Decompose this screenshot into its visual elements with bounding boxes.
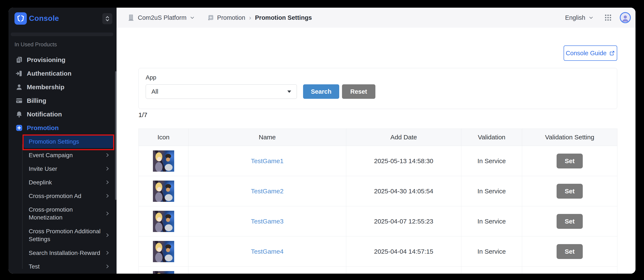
breadcrumb-page: Promotion Settings [255, 14, 312, 21]
external-link-icon [609, 50, 615, 56]
app-select-value: All [152, 88, 287, 95]
reset-button[interactable]: Reset [342, 84, 376, 99]
chevron-up-down-icon [104, 15, 110, 22]
validation-cell: In Service [461, 146, 522, 176]
sidebar-subitem-label: Cross-promotion Ad [29, 192, 81, 200]
sidebar-item-promotion[interactable]: Promotion [8, 121, 116, 135]
icon-cell [139, 146, 188, 176]
table-header-row: Icon Name Add Date Validation Validation… [139, 129, 618, 146]
icon-cell [139, 206, 188, 237]
sidebar: Console In Used Products Provisioning [8, 8, 116, 274]
filter-panel: App All Search Reset [138, 68, 617, 109]
chevron-right-icon [105, 232, 110, 238]
authentication-icon [15, 70, 23, 77]
console-logo[interactable] [14, 12, 27, 25]
game-name-link[interactable]: TestGame2 [251, 188, 284, 195]
name-cell: TestGame3 [188, 206, 346, 237]
game-icon-image [153, 271, 174, 274]
set-button[interactable]: Set [556, 244, 583, 259]
validation-setting-cell [522, 267, 618, 274]
language-selector[interactable]: English [565, 14, 594, 21]
sidebar-subitem-label: Cross-promotion Monetization [29, 206, 102, 221]
sidebar-collapse-button[interactable] [102, 13, 112, 24]
sidebar-item-notification[interactable]: Notification [8, 107, 116, 121]
add-date-cell: 2025-04-07 12:55:23 [346, 206, 461, 237]
sidebar-item-label: Notification [27, 111, 62, 118]
game-icon-image [153, 150, 174, 172]
add-date-cell: 2025-04-30 14:05:54 [346, 176, 461, 206]
notification-icon [15, 110, 23, 118]
chevron-right-icon [105, 211, 110, 216]
shield-icon [16, 14, 25, 22]
breadcrumb-project[interactable]: Com2uS Platform [138, 14, 186, 21]
sidebar-subitem-label: Cross Promotion Additional Settings [29, 227, 102, 243]
sidebar-item-authentication[interactable]: Authentication [8, 67, 116, 80]
icon-cell [139, 237, 188, 267]
game-icon-image [153, 211, 174, 232]
sidebar-item-label: Membership [27, 83, 64, 91]
table-row: TestGame4 2025-04-04 14:57:15 In Service… [139, 237, 618, 267]
sidebar-subitem-label: Deeplink [29, 178, 52, 186]
sidebar-subitem-invite-user[interactable]: Invite User [8, 162, 116, 176]
chevron-down-icon [588, 15, 594, 20]
name-cell: TestGame4 [188, 237, 346, 267]
console-guide-button[interactable]: Console Guide [564, 45, 617, 61]
search-button[interactable]: Search [303, 84, 339, 99]
add-date-cell: 2025-04-04 14:57:15 [346, 237, 461, 267]
sidebar-subitem-cross-promotion-ad[interactable]: Cross-promotion Ad [8, 189, 116, 203]
console-guide-label: Console Guide [566, 50, 606, 57]
app-select[interactable]: All [146, 84, 297, 99]
user-avatar[interactable] [620, 12, 631, 23]
sidebar-nav: Provisioning Authentication Membership [8, 53, 116, 273]
game-icon-image [153, 181, 174, 202]
apps-grid-icon[interactable] [604, 13, 612, 22]
sidebar-subitem-label: Invite User [29, 165, 57, 173]
person-icon [621, 14, 630, 22]
name-cell: TestGame1 [188, 146, 346, 176]
add-date-cell: 2025-05-13 14:58:30 [346, 146, 461, 176]
validation-cell: In Service [461, 237, 522, 267]
column-header-validation-setting: Validation Setting [522, 129, 618, 146]
game-name-link[interactable]: TestGame1 [251, 157, 284, 164]
icon-cell [139, 267, 188, 274]
main-content: Console Guide App All Search Reset 1/7 [116, 28, 636, 274]
membership-icon [15, 83, 23, 91]
sidebar-subitem-test[interactable]: Test [8, 260, 116, 273]
chevron-right-icon [105, 250, 110, 256]
sidebar-subitem-cross-promotion-monetization[interactable]: Cross-promotion Monetization [8, 203, 116, 224]
sidebar-subitem-promotion-settings[interactable]: Promotion Settings [8, 135, 116, 148]
table-row: TestGame1 2025-05-13 14:58:30 In Service… [139, 146, 618, 176]
chevron-down-icon[interactable] [190, 15, 195, 20]
validation-cell: In Service [461, 206, 522, 237]
page-count: 1/7 [138, 111, 148, 119]
sidebar-item-provisioning[interactable]: Provisioning [8, 53, 116, 67]
sidebar-subitem-cross-promotion-additional-settings[interactable]: Cross Promotion Additional Settings [8, 224, 116, 246]
game-name-link[interactable]: TestGame3 [251, 218, 284, 225]
sidebar-subitem-label: Search Installation·Reward [29, 249, 100, 257]
game-name-link[interactable]: TestGame4 [251, 248, 284, 255]
building-icon [127, 14, 135, 21]
console-window: Console In Used Products Provisioning [8, 8, 636, 274]
sidebar-section-label: In Used Products [14, 41, 57, 48]
select-arrow-icon [287, 90, 291, 93]
sidebar-subitem-search-installation-reward[interactable]: Search Installation·Reward [8, 246, 116, 260]
game-icon-image [153, 241, 174, 262]
set-button[interactable]: Set [556, 214, 583, 229]
table-row [139, 267, 618, 274]
promotion-table: Icon Name Add Date Validation Validation… [138, 129, 618, 274]
set-button[interactable]: Set [556, 184, 583, 199]
sidebar-item-billing[interactable]: Billing [8, 94, 116, 107]
sidebar-item-label: Promotion [27, 124, 59, 131]
breadcrumb-product[interactable]: Promotion [217, 14, 245, 21]
column-header-validation: Validation [461, 129, 522, 146]
sidebar-item-label: Provisioning [27, 56, 66, 63]
name-cell: TestGame2 [188, 176, 346, 206]
sidebar-scrollbar[interactable] [115, 71, 116, 200]
chevron-right-icon [105, 180, 110, 185]
set-button[interactable]: Set [556, 154, 583, 168]
sidebar-subitem-deeplink[interactable]: Deeplink [8, 176, 116, 189]
sidebar-item-membership[interactable]: Membership [8, 80, 116, 94]
app-filter-label: App [146, 74, 156, 81]
sidebar-subitem-event-campaign[interactable]: Event Campaign [8, 148, 116, 162]
icon-cell [139, 176, 188, 206]
